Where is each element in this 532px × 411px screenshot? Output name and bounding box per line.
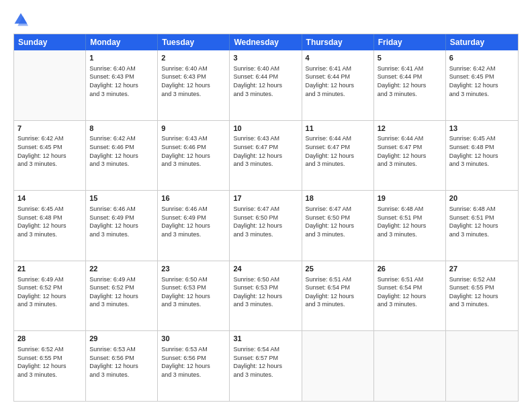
cal-cell: 9Sunrise: 6:43 AM Sunset: 6:46 PM Daylig… — [158, 121, 230, 191]
cell-info: Sunrise: 6:47 AM Sunset: 6:50 PM Dayligh… — [233, 205, 298, 238]
cell-info: Sunrise: 6:50 AM Sunset: 6:53 PM Dayligh… — [161, 275, 226, 309]
cell-info: Sunrise: 6:45 AM Sunset: 6:48 PM Dayligh… — [17, 205, 82, 238]
cal-header-tuesday: Tuesday — [158, 34, 230, 50]
cal-cell: 24Sunrise: 6:50 AM Sunset: 6:53 PM Dayli… — [230, 261, 302, 331]
cal-cell: 5Sunrise: 6:41 AM Sunset: 6:44 PM Daylig… — [374, 50, 446, 120]
cell-info: Sunrise: 6:41 AM Sunset: 6:44 PM Dayligh… — [306, 64, 370, 98]
cal-header-friday: Friday — [374, 34, 446, 50]
cal-cell: 4Sunrise: 6:41 AM Sunset: 6:44 PM Daylig… — [302, 50, 374, 120]
cell-info: Sunrise: 6:42 AM Sunset: 6:46 PM Dayligh… — [89, 134, 154, 168]
cal-cell: 3Sunrise: 6:40 AM Sunset: 6:44 PM Daylig… — [230, 50, 302, 120]
cal-cell: 7Sunrise: 6:42 AM Sunset: 6:45 PM Daylig… — [14, 121, 86, 191]
cell-info: Sunrise: 6:46 AM Sunset: 6:49 PM Dayligh… — [161, 205, 226, 238]
cal-cell: 13Sunrise: 6:45 AM Sunset: 6:48 PM Dayli… — [446, 121, 518, 191]
day-number: 23 — [161, 264, 226, 274]
day-number: 24 — [233, 264, 298, 274]
cal-week-5: 28Sunrise: 6:52 AM Sunset: 6:55 PM Dayli… — [14, 330, 518, 401]
day-number: 1 — [89, 53, 154, 63]
day-number: 28 — [17, 334, 82, 344]
day-number: 25 — [306, 264, 370, 274]
cal-cell: 31Sunrise: 6:54 AM Sunset: 6:57 PM Dayli… — [230, 331, 302, 401]
cell-info: Sunrise: 6:44 AM Sunset: 6:47 PM Dayligh… — [306, 134, 370, 168]
day-number: 2 — [161, 53, 226, 63]
cell-info: Sunrise: 6:47 AM Sunset: 6:50 PM Dayligh… — [306, 205, 370, 238]
cal-cell: 27Sunrise: 6:52 AM Sunset: 6:55 PM Dayli… — [446, 261, 518, 331]
cal-cell — [374, 331, 446, 401]
cell-info: Sunrise: 6:49 AM Sunset: 6:52 PM Dayligh… — [89, 275, 154, 309]
cell-info: Sunrise: 6:40 AM Sunset: 6:43 PM Dayligh… — [161, 64, 226, 98]
cell-info: Sunrise: 6:53 AM Sunset: 6:56 PM Dayligh… — [89, 345, 154, 379]
cell-info: Sunrise: 6:42 AM Sunset: 6:45 PM Dayligh… — [449, 64, 515, 98]
cal-cell: 29Sunrise: 6:53 AM Sunset: 6:56 PM Dayli… — [86, 331, 158, 401]
cal-cell: 20Sunrise: 6:48 AM Sunset: 6:51 PM Dayli… — [446, 191, 518, 261]
cal-cell: 12Sunrise: 6:44 AM Sunset: 6:47 PM Dayli… — [374, 121, 446, 191]
cal-week-4: 21Sunrise: 6:49 AM Sunset: 6:52 PM Dayli… — [14, 261, 518, 331]
logo-icon — [13, 12, 28, 27]
cal-cell — [446, 331, 518, 401]
page: SundayMondayTuesdayWednesdayThursdayFrid… — [0, 0, 532, 411]
cal-cell: 8Sunrise: 6:42 AM Sunset: 6:46 PM Daylig… — [86, 121, 158, 191]
cell-info: Sunrise: 6:48 AM Sunset: 6:51 PM Dayligh… — [449, 205, 515, 238]
cal-header-wednesday: Wednesday — [230, 34, 302, 50]
cal-week-2: 7Sunrise: 6:42 AM Sunset: 6:45 PM Daylig… — [14, 120, 518, 191]
cal-week-1: 1Sunrise: 6:40 AM Sunset: 6:43 PM Daylig… — [14, 50, 518, 120]
calendar-body: 1Sunrise: 6:40 AM Sunset: 6:43 PM Daylig… — [14, 50, 518, 401]
cell-info: Sunrise: 6:48 AM Sunset: 6:51 PM Dayligh… — [378, 205, 442, 238]
cal-cell: 15Sunrise: 6:46 AM Sunset: 6:49 PM Dayli… — [86, 191, 158, 261]
calendar-header-row: SundayMondayTuesdayWednesdayThursdayFrid… — [14, 34, 518, 50]
cal-cell: 14Sunrise: 6:45 AM Sunset: 6:48 PM Dayli… — [14, 191, 86, 261]
cal-cell: 17Sunrise: 6:47 AM Sunset: 6:50 PM Dayli… — [230, 191, 302, 261]
cell-info: Sunrise: 6:50 AM Sunset: 6:53 PM Dayligh… — [233, 275, 298, 309]
day-number: 20 — [449, 193, 515, 203]
day-number: 18 — [306, 193, 370, 203]
cal-cell: 18Sunrise: 6:47 AM Sunset: 6:50 PM Dayli… — [302, 191, 374, 261]
day-number: 14 — [17, 193, 82, 203]
cell-info: Sunrise: 6:42 AM Sunset: 6:45 PM Dayligh… — [17, 134, 82, 168]
cell-info: Sunrise: 6:43 AM Sunset: 6:47 PM Dayligh… — [233, 134, 298, 168]
cell-info: Sunrise: 6:44 AM Sunset: 6:47 PM Dayligh… — [378, 134, 442, 168]
day-number: 19 — [378, 193, 442, 203]
cal-cell: 21Sunrise: 6:49 AM Sunset: 6:52 PM Dayli… — [14, 261, 86, 331]
header — [13, 12, 519, 27]
cal-header-thursday: Thursday — [302, 34, 374, 50]
cal-cell: 11Sunrise: 6:44 AM Sunset: 6:47 PM Dayli… — [302, 121, 374, 191]
day-number: 15 — [89, 193, 154, 203]
day-number: 3 — [233, 53, 298, 63]
cal-cell: 26Sunrise: 6:51 AM Sunset: 6:54 PM Dayli… — [374, 261, 446, 331]
day-number: 12 — [378, 124, 442, 134]
cal-cell: 19Sunrise: 6:48 AM Sunset: 6:51 PM Dayli… — [374, 191, 446, 261]
day-number: 27 — [449, 264, 515, 274]
cal-cell: 25Sunrise: 6:51 AM Sunset: 6:54 PM Dayli… — [302, 261, 374, 331]
cell-info: Sunrise: 6:49 AM Sunset: 6:52 PM Dayligh… — [17, 275, 82, 309]
day-number: 5 — [378, 53, 442, 63]
day-number: 9 — [161, 124, 226, 134]
cell-info: Sunrise: 6:52 AM Sunset: 6:55 PM Dayligh… — [17, 345, 82, 379]
logo — [13, 12, 31, 27]
cell-info: Sunrise: 6:45 AM Sunset: 6:48 PM Dayligh… — [449, 134, 515, 168]
day-number: 13 — [449, 124, 515, 134]
cal-cell: 6Sunrise: 6:42 AM Sunset: 6:45 PM Daylig… — [446, 50, 518, 120]
cell-info: Sunrise: 6:40 AM Sunset: 6:44 PM Dayligh… — [233, 64, 298, 98]
cal-cell: 23Sunrise: 6:50 AM Sunset: 6:53 PM Dayli… — [158, 261, 230, 331]
day-number: 26 — [378, 264, 442, 274]
cell-info: Sunrise: 6:51 AM Sunset: 6:54 PM Dayligh… — [306, 275, 370, 309]
cal-cell: 10Sunrise: 6:43 AM Sunset: 6:47 PM Dayli… — [230, 121, 302, 191]
cell-info: Sunrise: 6:51 AM Sunset: 6:54 PM Dayligh… — [378, 275, 442, 309]
cal-week-3: 14Sunrise: 6:45 AM Sunset: 6:48 PM Dayli… — [14, 190, 518, 261]
day-number: 8 — [89, 124, 154, 134]
day-number: 10 — [233, 124, 298, 134]
day-number: 4 — [306, 53, 370, 63]
day-number: 22 — [89, 264, 154, 274]
cal-header-monday: Monday — [86, 34, 158, 50]
cell-info: Sunrise: 6:52 AM Sunset: 6:55 PM Dayligh… — [449, 275, 515, 309]
day-number: 31 — [233, 334, 298, 344]
day-number: 30 — [161, 334, 226, 344]
cell-info: Sunrise: 6:53 AM Sunset: 6:56 PM Dayligh… — [161, 345, 226, 379]
cell-info: Sunrise: 6:40 AM Sunset: 6:43 PM Dayligh… — [89, 64, 154, 98]
cal-cell: 22Sunrise: 6:49 AM Sunset: 6:52 PM Dayli… — [86, 261, 158, 331]
cell-info: Sunrise: 6:43 AM Sunset: 6:46 PM Dayligh… — [161, 134, 226, 168]
cal-cell: 1Sunrise: 6:40 AM Sunset: 6:43 PM Daylig… — [86, 50, 158, 120]
cal-cell: 28Sunrise: 6:52 AM Sunset: 6:55 PM Dayli… — [14, 331, 86, 401]
cell-info: Sunrise: 6:41 AM Sunset: 6:44 PM Dayligh… — [378, 64, 442, 98]
cal-cell — [302, 331, 374, 401]
